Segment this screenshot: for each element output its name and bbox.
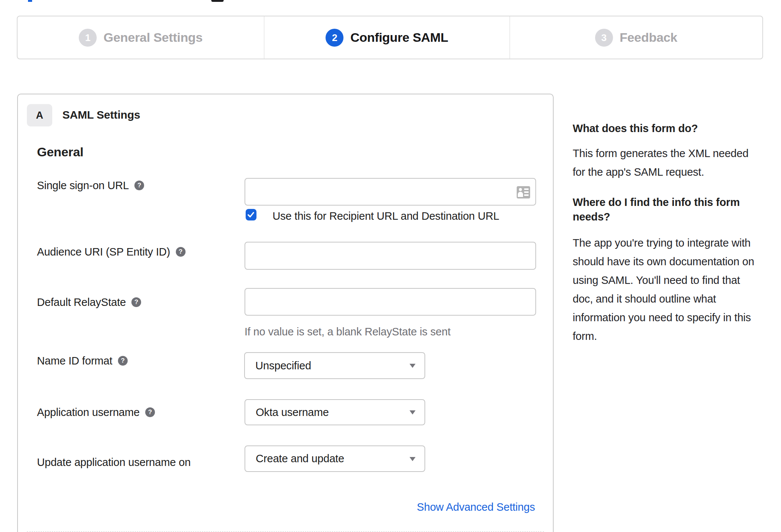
nameid-label: Name ID format: [37, 355, 112, 367]
sidebar-heading-1: What does this form do?: [573, 122, 698, 135]
step-general-settings[interactable]: 1 General Settings: [18, 16, 264, 59]
contact-card-icon[interactable]: [517, 186, 530, 198]
recipient-url-checkbox[interactable]: [246, 209, 256, 220]
step-1-label: General Settings: [103, 30, 202, 45]
cutoff-dark-icon-fragment: [211, 0, 224, 2]
relaystate-label-row: Default RelayState ?: [37, 297, 141, 308]
sidebar-paragraph-1: This form generates the XML needed for t…: [573, 144, 749, 181]
appuser-label-row: Application username ?: [37, 407, 155, 418]
general-section-heading: General: [37, 145, 84, 159]
appuser-label: Application username: [37, 406, 140, 419]
update-caret-icon: [410, 457, 416, 461]
nameid-format-select[interactable]: Unspecified: [244, 352, 425, 379]
application-username-select[interactable]: Okta username: [245, 399, 425, 425]
relaystate-hint: If no value is set, a blank RelayState i…: [245, 326, 451, 338]
nameid-format-value: Unspecified: [245, 360, 311, 372]
relaystate-help-icon[interactable]: ?: [131, 297, 141, 307]
help-sidebar: What does this form do? This form genera…: [573, 0, 774, 532]
sso-url-label-row: Single sign-on URL ?: [37, 180, 144, 191]
nameid-help-icon[interactable]: ?: [118, 356, 128, 366]
step-configure-saml[interactable]: 2 Configure SAML: [264, 16, 510, 59]
audience-uri-input[interactable]: [245, 242, 536, 270]
step-2-number-circle: 2: [326, 29, 343, 47]
update-username-select[interactable]: Create and update: [245, 445, 425, 472]
audience-uri-label: Audience URI (SP Entity ID): [37, 246, 170, 258]
saml-settings-panel: A SAML Settings General Single sign-on U…: [17, 94, 554, 532]
sso-url-label: Single sign-on URL: [37, 179, 129, 192]
audience-uri-label-row: Audience URI (SP Entity ID) ?: [37, 246, 186, 257]
sso-url-input[interactable]: [245, 178, 536, 206]
sso-url-help-icon[interactable]: ?: [134, 181, 144, 190]
appuser-caret-icon: [410, 410, 416, 414]
panel-title: SAML Settings: [62, 109, 140, 121]
sidebar-heading-2: Where do I find the info this form needs…: [573, 195, 740, 224]
relaystate-input[interactable]: [245, 288, 536, 316]
update-username-label: Update application username on: [37, 456, 191, 469]
nameid-caret-icon: [410, 364, 416, 368]
audience-uri-help-icon[interactable]: ?: [176, 247, 186, 257]
sidebar-paragraph-2: The app you're trying to integrate with …: [573, 234, 754, 345]
appuser-help-icon[interactable]: ?: [145, 407, 155, 417]
application-username-value: Okta username: [245, 406, 329, 419]
step-2-label: Configure SAML: [350, 30, 448, 45]
step-1-number-circle: 1: [79, 29, 97, 47]
cutoff-blue-logo-fragment: [28, 0, 32, 2]
update-username-label-row: Update application username on: [37, 457, 191, 468]
relaystate-label: Default RelayState: [37, 296, 126, 309]
update-username-value: Create and update: [245, 453, 344, 465]
section-a-badge: A: [27, 104, 52, 126]
recipient-url-checkbox-label: Use this for Recipient URL and Destinati…: [273, 210, 499, 222]
nameid-label-row: Name ID format ?: [37, 355, 128, 366]
show-advanced-settings-link[interactable]: Show Advanced Settings: [417, 501, 535, 513]
